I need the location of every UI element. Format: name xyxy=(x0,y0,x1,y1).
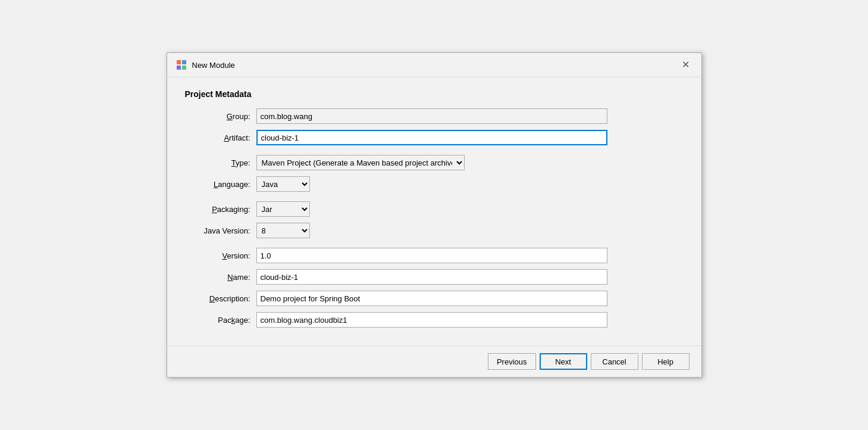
group-label: Group: xyxy=(185,112,256,121)
artifact-label: Artifact: xyxy=(185,133,256,142)
new-module-dialog: New Module ✕ Project Metadata Group: Art… xyxy=(167,52,702,378)
section-title: Project Metadata xyxy=(185,89,684,99)
svg-rect-3 xyxy=(182,66,186,70)
previous-button[interactable]: Previous xyxy=(488,353,536,370)
next-button[interactable]: Next xyxy=(540,353,587,370)
title-bar-left: New Module xyxy=(176,59,235,71)
svg-rect-2 xyxy=(177,66,181,70)
package-input[interactable] xyxy=(256,312,607,328)
app-icon xyxy=(176,59,187,71)
group-input[interactable] xyxy=(256,108,607,124)
help-button[interactable]: Help xyxy=(642,353,690,370)
version-label: Version: xyxy=(185,251,256,260)
version-input[interactable] xyxy=(256,248,607,263)
java-version-label: Java Version: xyxy=(185,226,256,235)
name-label: Name: xyxy=(185,273,256,282)
dialog-footer: Previous Next Cancel Help xyxy=(167,345,701,377)
packaging-label: Packaging: xyxy=(185,205,256,214)
artifact-input[interactable] xyxy=(256,130,607,145)
dialog-body: Project Metadata Group: Artifact: Type: … xyxy=(167,77,701,345)
language-label: Language: xyxy=(185,180,256,189)
description-input[interactable] xyxy=(256,291,607,306)
java-version-row: Java Version: 8 11 17 xyxy=(185,223,684,238)
package-row: Package: xyxy=(185,312,684,328)
packaging-row: Packaging: Jar War xyxy=(185,201,684,217)
group-row: Group: xyxy=(185,108,684,124)
cancel-button[interactable]: Cancel xyxy=(591,353,638,370)
name-row: Name: xyxy=(185,269,684,285)
dialog-title: New Module xyxy=(192,61,235,70)
name-input[interactable] xyxy=(256,269,607,285)
artifact-row: Artifact: xyxy=(185,130,684,145)
packaging-select[interactable]: Jar War xyxy=(256,201,310,217)
type-label: Type: xyxy=(185,158,256,167)
description-label: Description: xyxy=(185,294,256,303)
title-bar: New Module ✕ xyxy=(167,53,701,77)
description-row: Description: xyxy=(185,291,684,306)
package-label: Package: xyxy=(185,316,256,325)
java-version-select[interactable]: 8 11 17 xyxy=(256,223,310,238)
type-row: Type: Maven Project (Generate a Maven ba… xyxy=(185,155,684,170)
version-row: Version: xyxy=(185,248,684,263)
language-row: Language: Java Kotlin Groovy xyxy=(185,176,684,192)
type-select[interactable]: Maven Project (Generate a Maven based pr… xyxy=(256,155,465,170)
close-button[interactable]: ✕ xyxy=(678,59,693,71)
svg-rect-1 xyxy=(182,60,186,64)
svg-rect-0 xyxy=(177,60,181,64)
language-select[interactable]: Java Kotlin Groovy xyxy=(256,176,310,192)
